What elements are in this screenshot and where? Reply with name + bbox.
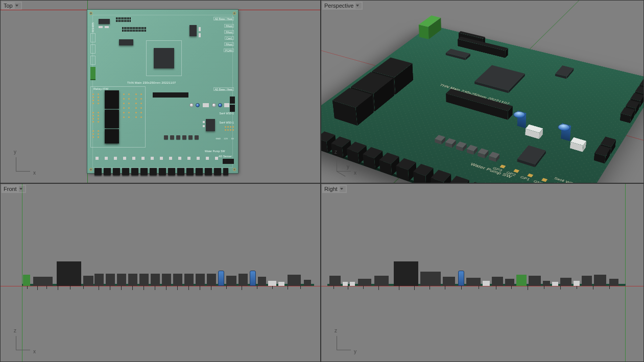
viewport-label-right[interactable]: Right xyxy=(322,185,347,193)
viewport-label-top[interactable]: Top xyxy=(2,2,22,10)
viewport-perspective[interactable]: Perspective THN Main 230x250mm 20221107 … xyxy=(321,0,644,183)
viewport-front[interactable]: Front xyxy=(0,183,321,362)
axis-gizmo-front: x z xyxy=(13,329,37,353)
relay-2 xyxy=(105,110,119,128)
axis-gizmo-persp: x z y xyxy=(333,150,358,175)
viewport-label-front[interactable]: Front xyxy=(2,185,26,193)
viewport-label-text: Right xyxy=(324,186,340,192)
relay-1 xyxy=(105,90,119,109)
screw-terminal xyxy=(90,67,96,80)
viewport-label-text: Front xyxy=(4,186,19,192)
axis-gizmo-right: y z xyxy=(333,329,358,353)
pcb-top-view[interactable]: THN Main 230x250mm 20221107 xyxy=(87,10,238,173)
viewport-dropdown-icon[interactable] xyxy=(15,3,21,9)
viewport-dropdown-icon[interactable] xyxy=(19,186,25,192)
viewport-top[interactable]: Top THN Main 230x250mm 20221107 xyxy=(0,0,321,183)
viewport-label-perspective[interactable]: Perspective xyxy=(322,2,363,10)
front-stage[interactable] xyxy=(1,184,320,361)
viewport-grid: Top THN Main 230x250mm 20221107 xyxy=(0,0,644,362)
mcu-chip xyxy=(154,48,174,68)
axis-gizmo-top: x y xyxy=(13,150,37,175)
viewport-label-text: Perspective xyxy=(324,3,355,9)
pcb-perspective[interactable]: THN Main 230x250mm 20221107 Water Pump S… xyxy=(321,25,644,183)
right-stage[interactable] xyxy=(321,184,643,361)
board-title-silk: THN Main 230x250mm 20221107 xyxy=(127,81,176,84)
viewport-dropdown-icon[interactable] xyxy=(340,186,346,192)
viewport-right[interactable]: Right xyxy=(321,183,644,362)
viewport-dropdown-icon[interactable] xyxy=(355,3,362,9)
relay-3 xyxy=(105,129,119,143)
perspective-stage[interactable]: THN Main 230x250mm 20221107 Water Pump S… xyxy=(321,1,643,183)
viewport-label-text: Top xyxy=(4,3,15,9)
